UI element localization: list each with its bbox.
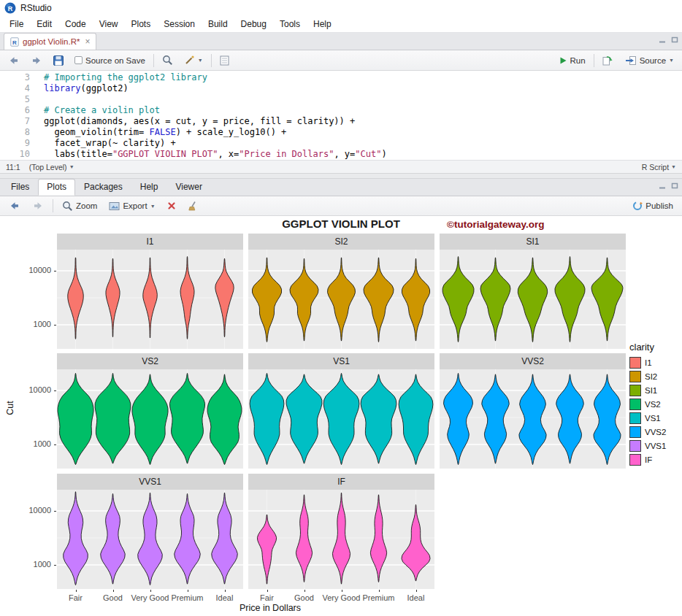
menu-view[interactable]: View (93, 18, 125, 31)
magic-wand-icon (184, 55, 195, 66)
facet-panel-IF (248, 490, 434, 589)
menu-plots[interactable]: Plots (125, 18, 158, 31)
pane-tab-viewer[interactable]: Viewer (166, 179, 210, 196)
cursor-position: 11:1 (6, 163, 20, 172)
facet-panel-VS1 (248, 369, 434, 469)
menu-debug[interactable]: Debug (234, 18, 273, 31)
notebook-icon (220, 55, 229, 66)
menu-session[interactable]: Session (157, 18, 202, 31)
menu-build[interactable]: Build (202, 18, 234, 31)
legend-key-swatch (629, 426, 641, 438)
broom-icon (188, 201, 198, 211)
menubar: FileEditCodeViewPlotsSessionBuildDebugTo… (0, 16, 682, 33)
chevron-down-icon: ▼ (671, 164, 676, 169)
legend-key-swatch (629, 357, 641, 369)
source-button[interactable]: Source ▼ (622, 54, 677, 67)
line-number: 10 (0, 149, 30, 160)
menu-help[interactable]: Help (307, 18, 338, 31)
red-x-icon (167, 201, 176, 210)
run-button[interactable]: Run (556, 55, 589, 66)
code-tools-button[interactable]: ▼ (181, 53, 206, 67)
x-tick-mark (416, 590, 417, 592)
legend-key-swatch (629, 371, 641, 382)
code-line-8: geom_violin(trim= FALSE) + scale_y_log10… (44, 127, 387, 138)
y-tick-label: 1000 (19, 320, 51, 328)
legend-item-I1: I1 (629, 357, 666, 369)
publish-button[interactable]: Publish (629, 199, 676, 212)
pane-tab-files[interactable]: Files (2, 179, 38, 196)
y-axis-label: Cut (5, 386, 15, 430)
menu-file[interactable]: File (3, 18, 30, 31)
pane-tab-help[interactable]: Help (131, 179, 167, 196)
export-button[interactable]: Export ▼ (106, 200, 158, 212)
magnifier-icon (162, 55, 173, 66)
legend: clarity I1SI2SI1VS2VS1VVS2VVS1IF (629, 342, 666, 468)
source-on-save-toggle[interactable]: Source on Save (72, 55, 148, 66)
watermark: ©tutorialgateway.org (447, 219, 544, 230)
legend-item-VVS2: VVS2 (629, 426, 666, 438)
save-icon (53, 55, 64, 66)
pane-splitter[interactable] (0, 173, 682, 179)
legend-item-VS1: VS1 (629, 412, 666, 424)
compile-report-button[interactable] (217, 54, 232, 67)
maximize-pane-icon[interactable] (671, 182, 678, 189)
toolbar-separator (594, 54, 594, 67)
legend-title: clarity (629, 342, 666, 353)
facet-strip-SI1: SI1 (440, 234, 626, 250)
zoom-label: Zoom (76, 201, 97, 210)
y-tick-label: 1000 (19, 560, 51, 569)
forward-arrow-icon (31, 55, 42, 66)
export-label: Export (123, 201, 147, 210)
x-tick-mark (225, 590, 226, 592)
legend-label: I1 (645, 358, 652, 367)
rerun-button[interactable] (599, 54, 617, 67)
remove-plot-button[interactable] (164, 200, 179, 212)
find-replace-button[interactable] (159, 53, 176, 67)
back-arrow-icon (8, 55, 20, 66)
source-label: Source (640, 56, 666, 65)
bottom-pane-tabbar: FilesPlotsPackagesHelpViewer (0, 179, 682, 196)
rstudio-logo-icon: R (4, 2, 16, 14)
line-number: 8 (0, 127, 30, 138)
export-image-icon (109, 201, 120, 211)
menu-code[interactable]: Code (58, 18, 93, 31)
x-tick-mark (342, 590, 342, 592)
y-tick-mark (54, 325, 56, 326)
nav-forward-button[interactable] (28, 54, 45, 67)
publish-label: Publish (645, 201, 673, 210)
save-button[interactable] (50, 54, 66, 67)
legend-item-IF: IF (629, 454, 666, 466)
tab-close-icon[interactable]: × (83, 38, 90, 45)
pane-tab-packages[interactable]: Packages (75, 179, 131, 196)
pane-tab-plots[interactable]: Plots (38, 179, 75, 196)
legend-key-swatch (629, 412, 641, 424)
code-content: # Importing the ggplot2 librarylibrary(g… (38, 71, 387, 160)
source-on-save-label: Source on Save (85, 56, 145, 65)
zoom-button[interactable]: Zoom (59, 199, 100, 213)
plot-back-button[interactable] (6, 199, 23, 212)
chevron-down-icon: ▼ (669, 58, 674, 63)
legend-label: IF (645, 455, 652, 464)
nav-back-button[interactable] (5, 54, 23, 67)
editor-tab[interactable]: R ggplot Violin.R* × (4, 33, 96, 50)
legend-key-swatch (629, 454, 641, 466)
code-editor[interactable]: 345678910 # Importing the ggplot2 librar… (0, 71, 682, 160)
code-line-9: facet_wrap(~ clarity) + (44, 138, 387, 149)
menu-edit[interactable]: Edit (30, 18, 58, 31)
maximize-pane-icon[interactable] (671, 36, 678, 43)
minimize-pane-icon[interactable] (659, 182, 666, 189)
plot-forward-button[interactable] (29, 199, 47, 212)
x-tick-label: Ideal (391, 593, 441, 602)
file-type-selector[interactable]: R Script ▼ (642, 163, 676, 172)
menu-tools[interactable]: Tools (273, 18, 307, 31)
scope-selector[interactable]: (Top Level) ▼ (29, 163, 74, 172)
source-on-save-checkbox[interactable] (74, 56, 83, 64)
y-tick-mark (54, 390, 56, 391)
back-arrow-icon (9, 201, 20, 211)
chevron-down-icon: ▼ (150, 204, 156, 209)
clear-all-plots-button[interactable] (185, 199, 201, 212)
legend-label: VS2 (645, 400, 661, 409)
plot-canvas: GGPLOT VIOLIN PLOT ©tutorialgateway.org … (0, 216, 682, 616)
x-tick-mark (150, 590, 151, 592)
minimize-pane-icon[interactable] (659, 36, 666, 43)
